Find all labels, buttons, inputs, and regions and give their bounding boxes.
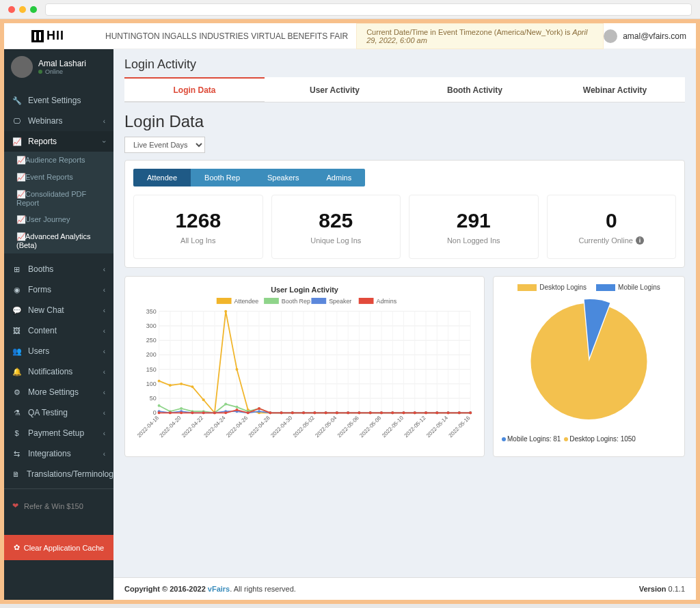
svg-rect-7	[359, 298, 374, 304]
info-icon[interactable]: i	[636, 236, 644, 245]
sidebar-subitem-advanced[interactable]: 📈Advanced Analytics (Beta)	[4, 228, 113, 253]
page-title: Login Activity	[124, 57, 685, 72]
footer-version: Version 0.1.1	[639, 585, 685, 593]
monitor-icon: 🖵	[12, 117, 21, 125]
svg-text:150: 150	[146, 366, 157, 373]
svg-text:2022-04-22: 2022-04-22	[180, 415, 204, 439]
tab-booth-activity[interactable]: Booth Activity	[405, 77, 545, 102]
clear-cache-button[interactable]: ✿Clear Application Cache	[4, 535, 113, 560]
sidebar-item-reports[interactable]: 📈Reports›	[4, 131, 113, 152]
chevron-left-icon: ‹	[103, 286, 105, 294]
sidebar-item-forms[interactable]: ◉Forms‹	[4, 279, 113, 300]
svg-text:100: 100	[146, 381, 157, 387]
chart-icon: 📈	[16, 156, 25, 165]
svg-rect-3	[264, 298, 279, 304]
pie-chart-card: Desktop Logins Mobile Logins Mobile Logi…	[493, 276, 685, 457]
role-tab-admins[interactable]: Admins	[313, 169, 366, 186]
tab-user-activity[interactable]: User Activity	[265, 77, 405, 102]
svg-text:2022-05-08: 2022-05-08	[358, 415, 382, 439]
minimize-dot[interactable]	[19, 6, 26, 13]
gear-icon: ✿	[14, 543, 20, 552]
sidebar-item-newchat[interactable]: 💬New Chat‹	[4, 300, 113, 320]
svg-text:2022-04-26: 2022-04-26	[225, 415, 249, 439]
avatar-icon	[604, 29, 617, 43]
sidebar-item-more[interactable]: ⚙More Settings‹	[4, 382, 113, 402]
stat-online: 0 Currently Onlinei	[547, 195, 677, 259]
user-email: amal@vfairs.com	[623, 31, 686, 41]
svg-text:2022-05-02: 2022-05-02	[292, 415, 316, 439]
stat-value: 1268	[137, 209, 260, 232]
url-bar[interactable]	[45, 3, 692, 16]
sidebar-item-qa[interactable]: ⚗QA Testing‹	[4, 402, 113, 423]
image-icon: 🖼	[12, 327, 21, 335]
sidebar-item-notifications[interactable]: 🔔Notifications‹	[4, 361, 113, 382]
status-dot-icon	[38, 70, 42, 74]
svg-text:Speaker: Speaker	[329, 298, 351, 305]
tab-login-data[interactable]: Login Data	[124, 77, 265, 102]
sidebar-subitem-pdf[interactable]: 📈Consolidated PDF Report	[4, 186, 113, 211]
svg-text:2022-05-14: 2022-05-14	[425, 415, 449, 439]
logo-text: HII	[46, 29, 64, 43]
sidebar-item-translations[interactable]: 🗎Translations/Terminologies	[4, 464, 113, 484]
chevron-left-icon: ‹	[103, 118, 105, 125]
booth-icon: ⊞	[12, 265, 21, 274]
logo[interactable]: HII	[4, 23, 92, 49]
svg-text:2022-05-10: 2022-05-10	[381, 415, 405, 439]
sidebar-subitem-audience[interactable]: 📈Audience Reports	[4, 152, 113, 169]
form-icon: ◉	[12, 286, 21, 294]
line-chart: User Login ActivityAttendeeBooth RepSpea…	[132, 284, 477, 447]
user-name: Amal Lashari	[38, 59, 86, 68]
stat-all-logins: 1268 All Log Ins	[133, 195, 263, 259]
chevron-left-icon: ‹	[103, 348, 105, 355]
tab-webinar-activity[interactable]: Webinar Activity	[545, 77, 685, 102]
stat-non-logged: 291 Non Logged Ins	[409, 195, 539, 259]
chart-icon: 📈	[12, 137, 21, 146]
sidebar-item-webinars[interactable]: 🖵Webinars‹	[4, 111, 113, 131]
footer-copyright: Copyright © 2016-2022 vFairs. All rights…	[124, 585, 296, 593]
avatar-icon	[11, 56, 33, 78]
svg-text:Attendee: Attendee	[234, 298, 259, 305]
browser-chrome	[0, 0, 700, 19]
gear-icon: ⚙	[12, 388, 21, 397]
stat-label: Non Logged Ins	[412, 236, 535, 245]
bullet-icon	[564, 437, 568, 441]
svg-text:200: 200	[146, 351, 157, 358]
role-tab-speakers[interactable]: Speakers	[254, 169, 312, 186]
sidebar-item-integrations[interactable]: ⇆Integrations‹	[4, 443, 113, 464]
sidebar-item-booths[interactable]: ⊞Booths‹	[4, 259, 113, 279]
sidebar-item-payment[interactable]: $Payment Setup‹	[4, 423, 113, 443]
svg-rect-5	[311, 298, 326, 304]
legend-swatch-desktop	[517, 284, 537, 291]
days-filter-select[interactable]: Live Event Days	[124, 137, 205, 153]
sidebar-subitem-event[interactable]: 📈Event Reports	[4, 169, 113, 186]
bell-icon: 🔔	[12, 368, 21, 376]
pie-chart	[500, 296, 677, 426]
flask-icon: ⚗	[12, 409, 21, 417]
svg-text:50: 50	[150, 395, 157, 402]
globe-icon: 🗎	[12, 470, 20, 478]
users-icon: 👥	[12, 347, 21, 356]
svg-text:2022-05-06: 2022-05-06	[336, 415, 360, 439]
svg-text:Booth Rep: Booth Rep	[282, 298, 310, 305]
close-dot[interactable]	[8, 6, 15, 13]
role-tab-attendee[interactable]: Attendee	[133, 169, 191, 186]
chat-icon: 💬	[12, 306, 21, 315]
svg-text:2022-05-12: 2022-05-12	[403, 415, 427, 439]
wrench-icon: 🔧	[12, 96, 21, 105]
svg-text:Admins: Admins	[376, 298, 396, 305]
brand-link[interactable]: vFairs	[208, 585, 230, 593]
pie-summary: Mobile Logins: 81 Desktop Logins: 1050	[500, 435, 677, 443]
sidebar-subitem-journey[interactable]: 📈User Journey	[4, 211, 113, 228]
sidebar-item-event-settings[interactable]: 🔧Event Settings	[4, 90, 113, 111]
top-user[interactable]: amal@vfairs.com	[604, 29, 696, 43]
sidebar-refer[interactable]: ❤Refer & Win $150	[4, 493, 113, 519]
maximize-dot[interactable]	[30, 6, 37, 13]
sidebar-item-users[interactable]: 👥Users‹	[4, 341, 113, 361]
sidebar-user[interactable]: Amal Lashari Online	[4, 49, 113, 85]
plug-icon: ⇆	[12, 450, 21, 458]
stat-value: 291	[412, 209, 535, 232]
role-tab-boothrep[interactable]: Booth Rep	[191, 169, 254, 186]
sidebar: Amal Lashari Online 🔧Event Settings 🖵Web…	[4, 49, 113, 600]
chevron-down-icon: ›	[100, 140, 108, 142]
sidebar-item-content[interactable]: 🖼Content‹	[4, 320, 113, 341]
